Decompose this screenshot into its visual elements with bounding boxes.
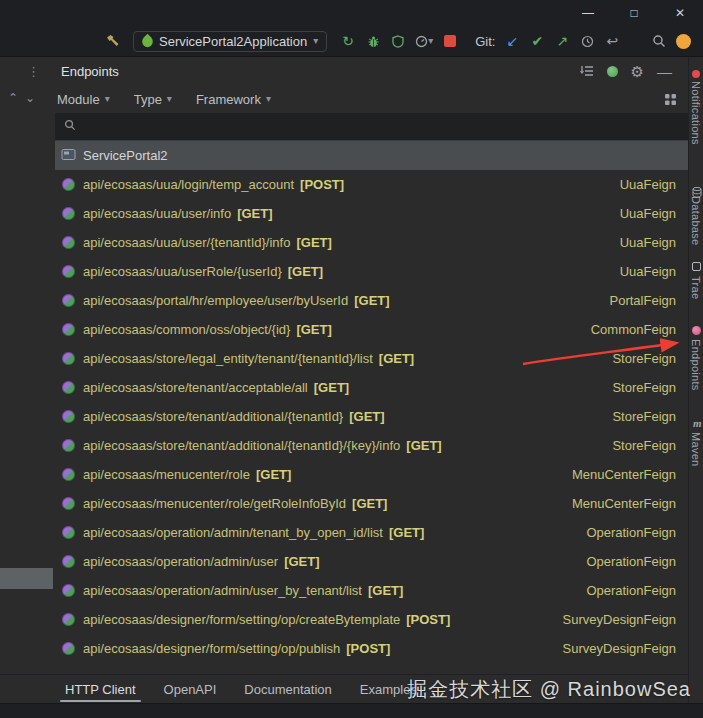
endpoint-row[interactable]: api/ecosaas/uua/user/{tenantId}/info [GE… xyxy=(0,228,688,257)
endpoint-row[interactable]: api/ecosaas/uua/userRole/{userId} [GET] … xyxy=(0,257,688,286)
profiler-icon[interactable]: ▾ xyxy=(415,35,433,48)
endpoint-icon xyxy=(62,439,75,452)
endpoint-path: api/ecosaas/common/oss/object/{id} xyxy=(83,322,290,337)
endpoint-row[interactable]: api/ecosaas/store/legal_entity/tenant/{t… xyxy=(0,344,688,373)
navigate-up-icon[interactable]: ⌃ xyxy=(8,91,18,105)
maximize-button[interactable]: □ xyxy=(611,0,657,26)
group-endpoints-icon[interactable] xyxy=(580,65,594,77)
endpoint-client: SurveyDesignFeign xyxy=(563,641,676,656)
endpoint-client: MenuCenterFeign xyxy=(572,467,676,482)
endpoint-client: MenuCenterFeign xyxy=(572,496,676,511)
endpoint-client: CommonFeign xyxy=(591,322,676,337)
endpoint-path: api/ecosaas/store/tenant/additional/{ten… xyxy=(83,409,343,424)
history-icon[interactable] xyxy=(579,35,595,48)
minimize-button[interactable]: — xyxy=(565,0,611,26)
toolwindow-tab-trae[interactable]: Trae xyxy=(690,276,702,299)
filter-module[interactable]: Module ▾ xyxy=(57,92,110,107)
endpoint-icon xyxy=(62,468,75,481)
endpoint-client: UuaFeign xyxy=(620,264,676,279)
spring-boot-icon xyxy=(140,33,156,49)
endpoint-row[interactable]: api/ecosaas/operation/admin/user [GET] O… xyxy=(0,547,688,576)
push-icon[interactable]: ↗ xyxy=(554,34,570,48)
endpoint-row[interactable]: api/ecosaas/store/tenant/acceptable/all … xyxy=(0,373,688,402)
endpoint-row[interactable]: api/ecosaas/store/tenant/additional/{ten… xyxy=(0,431,688,460)
tab-openapi[interactable]: OpenAPI xyxy=(164,675,217,703)
navigate-down-icon[interactable]: ⌄ xyxy=(25,91,35,105)
rollback-icon[interactable]: ↩ xyxy=(604,34,620,48)
endpoint-row[interactable]: api/ecosaas/uua/login/temp_account [POST… xyxy=(0,170,688,199)
endpoint-method: [GET] xyxy=(389,525,424,540)
endpoint-row[interactable]: api/ecosaas/uua/user/info [GET] UuaFeign xyxy=(0,199,688,228)
endpoint-row[interactable]: api/ecosaas/designer/form/setting/op/cre… xyxy=(0,605,688,634)
endpoint-method: [POST] xyxy=(300,177,344,192)
watermark: 掘金技术社区 @ RainbowSea xyxy=(407,676,691,703)
debug-icon[interactable] xyxy=(365,35,381,48)
endpoint-method: [POST] xyxy=(346,641,390,656)
tab-http-client[interactable]: HTTP Client xyxy=(65,675,136,703)
endpoint-method: [GET] xyxy=(256,467,291,482)
endpoint-row[interactable]: api/ecosaas/operation/admin/user_by_tena… xyxy=(0,576,688,605)
application-window: — □ ✕ ServicePortal2Application ▾ ↻ ▾ Gi… xyxy=(0,0,703,718)
endpoint-method: [GET] xyxy=(296,322,331,337)
endpoint-method: [GET] xyxy=(406,438,441,453)
endpoint-path: api/ecosaas/operation/admin/tenant_by_op… xyxy=(83,525,383,540)
endpoint-method: [GET] xyxy=(352,496,387,511)
run-configuration-select[interactable]: ServicePortal2Application ▾ xyxy=(133,31,327,52)
search-icon[interactable] xyxy=(651,34,667,48)
endpoint-method: [GET] xyxy=(314,380,349,395)
module-icon xyxy=(61,148,76,164)
gear-icon[interactable]: ⚙ xyxy=(631,64,644,79)
endpoint-client: PortalFeign xyxy=(610,293,676,308)
endpoint-method: [GET] xyxy=(288,264,323,279)
titlebar: — □ ✕ xyxy=(0,0,703,26)
profile-avatar[interactable] xyxy=(676,34,691,49)
chevron-down-icon: ▾ xyxy=(266,94,271,104)
endpoint-method: [GET] xyxy=(296,235,331,250)
filter-type[interactable]: Type ▾ xyxy=(134,92,172,107)
endpoint-path: api/ecosaas/uua/user/info xyxy=(83,206,231,221)
toolwindow-tab-endpoints[interactable]: Endpoints xyxy=(690,339,702,391)
endpoint-row[interactable]: api/ecosaas/menucenter/role/getRoleInfoB… xyxy=(0,489,688,518)
notification-icon[interactable] xyxy=(692,70,700,78)
endpoint-search-field[interactable] xyxy=(55,113,688,141)
tab-documentation[interactable]: Documentation xyxy=(244,675,331,703)
endpoint-client: StoreFeign xyxy=(612,409,676,424)
filter-framework-label: Framework xyxy=(196,92,261,107)
filter-framework[interactable]: Framework ▾ xyxy=(196,92,271,107)
endpoint-row[interactable]: api/ecosaas/operation/admin/tenant_by_op… xyxy=(0,518,688,547)
toolwindow-tab-database[interactable]: Database xyxy=(690,196,702,246)
endpoint-icon xyxy=(62,526,75,539)
coverage-icon[interactable] xyxy=(390,35,406,48)
view-options-icon[interactable] xyxy=(665,94,676,105)
update-project-icon[interactable]: ↙ xyxy=(504,34,520,48)
endpoint-row[interactable]: api/ecosaas/common/oss/object/{id} [GET]… xyxy=(0,315,688,344)
endpoint-client: OperationFeign xyxy=(586,583,676,598)
endpoint-client: StoreFeign xyxy=(612,351,676,366)
endpoint-client: StoreFeign xyxy=(612,380,676,395)
endpoints-icon[interactable] xyxy=(692,326,701,335)
endpoint-client: OperationFeign xyxy=(586,554,676,569)
endpoint-path: api/ecosaas/operation/admin/user xyxy=(83,554,278,569)
endpoint-icon xyxy=(62,410,75,423)
rerun-icon[interactable]: ↻ xyxy=(340,34,356,48)
build-hammer-icon[interactable] xyxy=(104,34,120,48)
maven-icon[interactable]: m xyxy=(693,417,702,429)
main-toolbar: ServicePortal2Application ▾ ↻ ▾ Git: ↙ ✔… xyxy=(0,26,703,57)
endpoint-row[interactable]: api/ecosaas/menucenter/role [GET] MenuCe… xyxy=(0,460,688,489)
stop-icon[interactable] xyxy=(442,35,458,47)
endpoint-icon xyxy=(62,352,75,365)
endpoint-row[interactable]: api/ecosaas/store/tenant/additional/{ten… xyxy=(0,402,688,431)
toolwindow-tab-notifications[interactable]: Notifications xyxy=(690,81,702,145)
endpoint-row[interactable]: api/ecosaas/designer/form/setting/op/pub… xyxy=(0,634,688,663)
hide-panel-icon[interactable]: — xyxy=(657,64,672,79)
chat-icon[interactable] xyxy=(692,262,701,271)
commit-icon[interactable]: ✔ xyxy=(529,34,545,48)
module-row[interactable]: ServicePortal2 xyxy=(55,141,688,170)
drag-handle-icon[interactable]: ⋮ xyxy=(27,64,40,79)
endpoint-path: api/ecosaas/uua/userRole/{userId} xyxy=(83,264,282,279)
openapi-icon[interactable] xyxy=(607,66,618,77)
endpoint-path: api/ecosaas/designer/form/setting/op/cre… xyxy=(83,612,400,627)
close-button[interactable]: ✕ xyxy=(657,0,703,26)
endpoint-row[interactable]: api/ecosaas/portal/hr/employee/user/byUs… xyxy=(0,286,688,315)
toolwindow-tab-maven[interactable]: Maven xyxy=(690,432,702,467)
